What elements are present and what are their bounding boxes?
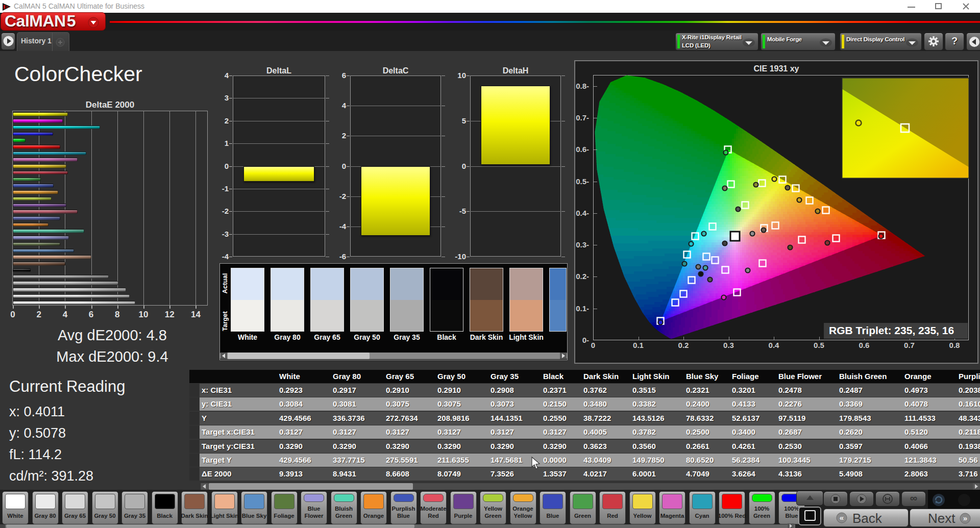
svg-text:»: » <box>963 514 967 522</box>
svg-text:«: « <box>840 513 844 522</box>
